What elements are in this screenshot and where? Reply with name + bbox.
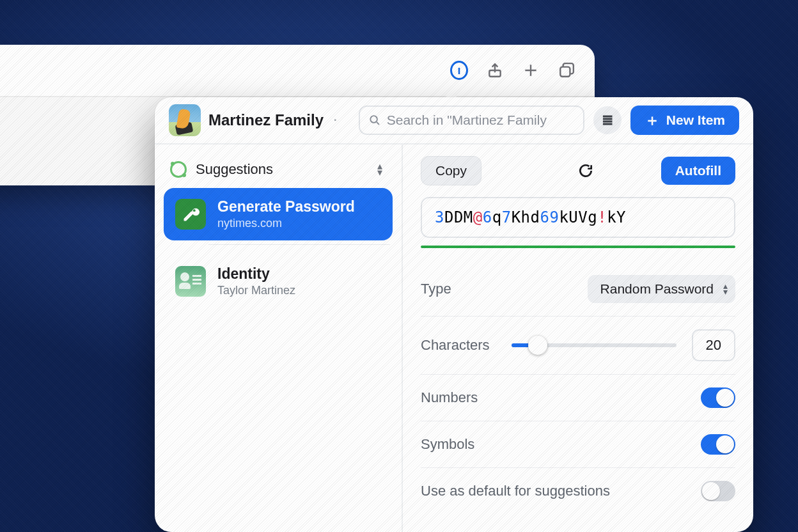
svg-point-2 [370,116,377,123]
suggestions-heading[interactable]: Suggestions ▴▾ [164,153,393,188]
type-select[interactable]: Random Password ▴▾ [588,275,735,303]
new-item-label: New Item [666,113,725,128]
generated-password[interactable]: 3DDM@6q7Khd69kUVg!kY [421,197,735,238]
settings-button[interactable]: ≣ [593,106,622,134]
item-title: Identity [217,265,295,283]
vault-name: Martinez Family [208,111,324,129]
vault-selector[interactable]: Martinez Family · [169,104,337,136]
type-value: Random Password [600,281,714,296]
numbers-toggle[interactable] [701,387,735,408]
refresh-button[interactable] [577,162,594,179]
identity-icon [175,266,206,297]
row-symbols: Symbols [421,421,735,468]
sidebar-item-identity[interactable]: Identity Taylor Martinez [164,255,393,308]
onepassword-icon[interactable]: ı [450,61,468,79]
browser-toolbar: ı [0,45,595,97]
svg-rect-1 [560,67,570,77]
type-label: Type [421,281,451,297]
sort-caret-icon[interactable]: ▴▾ [377,163,382,176]
select-caret-icon: ▴▾ [723,283,728,295]
item-subtitle: Taylor Martinez [217,284,295,297]
search-field[interactable] [359,106,584,135]
slider-thumb[interactable] [528,336,547,355]
row-numbers: Numbers [421,375,735,421]
key-icon [175,199,206,230]
characters-value[interactable]: 20 [692,329,735,361]
vault-menu-caret: · [334,114,336,126]
search-input[interactable] [387,113,574,128]
list-icon: ≣ [602,112,613,129]
characters-slider[interactable] [512,343,677,347]
generator-panel: Copy Autofill 3DDM@6q7Khd69kUVg!kY Type … [403,145,753,532]
suggestions-label: Suggestions [196,161,273,178]
share-icon[interactable] [486,61,504,79]
autofill-button[interactable]: Autofill [661,157,735,185]
plus-icon[interactable] [522,61,540,79]
vault-avatar [169,104,201,136]
item-title: Generate Password [217,198,355,215]
symbols-label: Symbols [421,436,474,453]
new-item-button[interactable]: ＋ New Item [630,106,739,135]
divider [208,244,390,245]
default-toggle[interactable] [701,481,735,501]
row-characters: Characters 20 [421,317,735,375]
item-subtitle: nytimes.com [217,217,355,230]
search-icon [369,114,380,127]
default-label: Use as default for suggestions [421,483,610,499]
onepassword-popover: Martinez Family · ≣ ＋ New Item Suggestio… [155,97,753,532]
sidebar-item-generate-password[interactable]: Generate Password nytimes.com [164,188,393,240]
characters-label: Characters [421,337,490,354]
copy-button[interactable]: Copy [421,156,481,185]
numbers-label: Numbers [421,389,478,406]
popover-header: Martinez Family · ≣ ＋ New Item [155,97,753,145]
strength-bar [421,246,735,248]
suggestions-panel: Suggestions ▴▾ Generate Password nytimes… [155,145,403,532]
svg-point-3 [193,209,196,212]
row-default: Use as default for suggestions [421,468,735,514]
suggestions-icon [170,161,187,178]
symbols-toggle[interactable] [701,434,735,455]
plus-icon: ＋ [645,110,660,130]
tabs-icon[interactable] [558,61,575,79]
row-type: Type Random Password ▴▾ [421,262,735,317]
